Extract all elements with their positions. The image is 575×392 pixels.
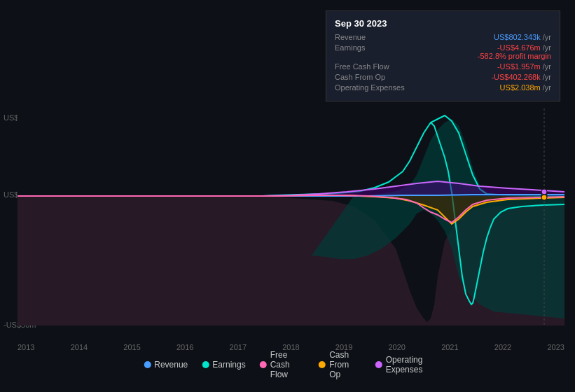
tooltip-value-opex: US$2.038m /yr bbox=[500, 83, 551, 92]
tooltip-label-fcf: Free Cash Flow bbox=[335, 62, 389, 71]
chart-container: Sep 30 2023 Revenue US$802.343k /yr Earn… bbox=[0, 0, 575, 392]
x-label-2022: 2022 bbox=[494, 343, 511, 351]
x-label-2013: 2013 bbox=[18, 343, 34, 351]
legend-dot-cashfromop bbox=[319, 361, 326, 368]
tooltip-label-opex: Operating Expenses bbox=[335, 83, 405, 92]
tooltip-row-opex: Operating Expenses US$2.038m /yr bbox=[335, 83, 551, 92]
legend-item-opex[interactable]: Operating Expenses bbox=[375, 355, 431, 374]
legend-dot-revenue bbox=[144, 361, 151, 368]
tooltip-value-earnings: -US$4.676m /yr bbox=[478, 43, 551, 52]
x-label-2021: 2021 bbox=[441, 343, 458, 351]
tooltip-label-cashfromop: Cash From Op bbox=[335, 73, 385, 81]
tooltip-date: Sep 30 2023 bbox=[335, 18, 551, 29]
svg-point-6 bbox=[541, 195, 547, 200]
legend: Revenue Earnings Free Cash Flow Cash Fro… bbox=[144, 350, 431, 379]
tooltip-row-cashfromop: Cash From Op -US$402.268k /yr bbox=[335, 73, 551, 81]
legend-dot-earnings bbox=[202, 361, 209, 368]
legend-item-cashfromop[interactable]: Cash From Op bbox=[319, 350, 361, 379]
tooltip-value-fcf: -US$1.957m /yr bbox=[497, 62, 551, 71]
svg-point-7 bbox=[541, 189, 547, 195]
legend-label-revenue: Revenue bbox=[154, 360, 188, 370]
legend-item-fcf[interactable]: Free Cash Flow bbox=[260, 350, 305, 379]
tooltip-label-earnings: Earnings bbox=[335, 43, 365, 52]
chart-svg bbox=[18, 108, 564, 326]
tooltip-label-revenue: Revenue bbox=[335, 33, 366, 41]
tooltip-sub-earnings: -582.8% profit margin bbox=[478, 52, 551, 60]
tooltip-value-cashfromop: -US$402.268k /yr bbox=[491, 73, 551, 81]
legend-label-opex: Operating Expenses bbox=[386, 355, 431, 374]
tooltip-row-earnings: Earnings -US$4.676m /yr -582.8% profit m… bbox=[335, 43, 551, 60]
legend-label-cashfromop: Cash From Op bbox=[329, 350, 361, 379]
legend-item-earnings[interactable]: Earnings bbox=[202, 360, 245, 370]
tooltip-row-revenue: Revenue US$802.343k /yr bbox=[335, 33, 551, 41]
tooltip-box: Sep 30 2023 Revenue US$802.343k /yr Earn… bbox=[326, 10, 560, 102]
legend-dot-fcf bbox=[260, 361, 267, 368]
legend-label-earnings: Earnings bbox=[212, 360, 245, 370]
x-label-2015: 2015 bbox=[123, 343, 140, 351]
x-label-2014: 2014 bbox=[71, 343, 88, 351]
x-label-2023: 2023 bbox=[547, 343, 564, 351]
tooltip-row-fcf: Free Cash Flow -US$1.957m /yr bbox=[335, 62, 551, 71]
legend-item-revenue[interactable]: Revenue bbox=[144, 360, 188, 370]
legend-dot-opex bbox=[375, 361, 382, 368]
tooltip-value-revenue: US$802.343k /yr bbox=[494, 33, 551, 41]
legend-label-fcf: Free Cash Flow bbox=[270, 350, 305, 379]
